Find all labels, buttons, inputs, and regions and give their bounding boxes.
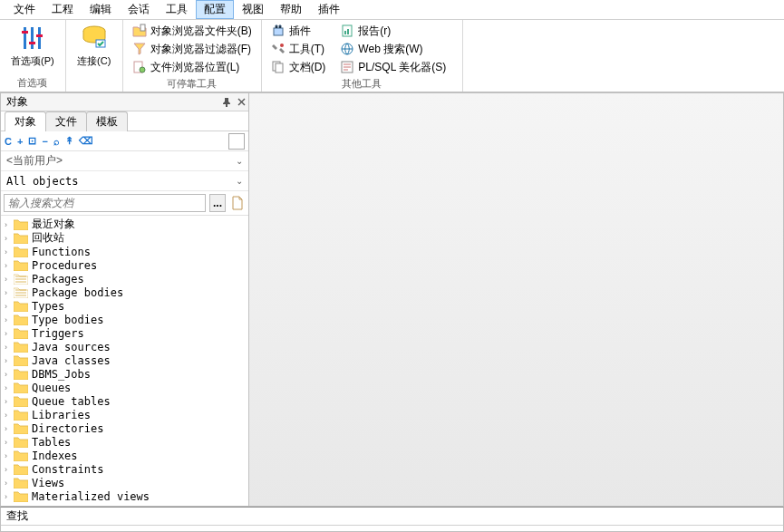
menu-item-2[interactable]: 编辑 <box>82 0 120 19</box>
tools-icon <box>271 42 286 56</box>
toolbar-btn-6[interactable]: ⌫ <box>79 135 93 147</box>
tree-item[interactable]: ›Types <box>1 299 248 313</box>
folder-icon <box>14 463 28 475</box>
toolbar-btn-3[interactable]: − <box>42 136 47 147</box>
tree-item-label: Views <box>32 477 64 489</box>
expand-icon[interactable]: › <box>5 234 14 243</box>
toolbar-btn-2[interactable]: ⊡ <box>28 135 36 147</box>
expand-icon[interactable]: › <box>5 343 14 352</box>
ribbon-button-beautify[interactable]: PL/SQL 美化器(S) <box>336 58 450 76</box>
panel-tab-2[interactable]: 模板 <box>86 111 128 131</box>
ribbon-button-label: 插件 <box>289 24 311 39</box>
tree-item[interactable]: ›Materialized views <box>1 489 248 503</box>
panel-tab-1[interactable]: 文件 <box>45 111 87 131</box>
panel-tab-0[interactable]: 对象 <box>5 111 46 131</box>
ribbon-group-1: 连接(C) <box>66 20 123 92</box>
ribbon-button-file-loc[interactable]: 文件浏览器位置(L) <box>129 58 256 76</box>
tree-item[interactable]: ›Queue tables <box>1 394 248 408</box>
toolbar-btn-0[interactable]: C <box>5 136 12 147</box>
tree-item[interactable]: ›Constraints <box>1 462 248 476</box>
tree-item[interactable]: ›最近对象 <box>1 218 248 231</box>
menu-item-4[interactable]: 工具 <box>158 0 196 19</box>
object-browser-panel: 对象 对象文件模板 C+⊡−⌕↟⌫ <当前用户> ⌄ All objects ⌄… <box>0 92 249 507</box>
toolbar-box[interactable] <box>228 133 245 150</box>
toolbar-btn-5[interactable]: ↟ <box>65 135 73 147</box>
tree-item[interactable]: ›Package bodies <box>1 285 248 299</box>
expand-icon[interactable]: › <box>5 261 14 270</box>
menu-item-1[interactable]: 工程 <box>44 0 82 19</box>
expand-icon[interactable]: › <box>5 370 14 379</box>
tree-item[interactable]: ›Type bodies <box>1 313 248 326</box>
expand-icon[interactable]: › <box>5 424 14 433</box>
folder-icon <box>14 286 28 298</box>
menu-item-5[interactable]: 配置 <box>196 0 234 19</box>
tree-item[interactable]: ›Procedures <box>1 258 248 272</box>
tree-item[interactable]: ›Directories <box>1 421 248 435</box>
ribbon-group-label: 其他工具 <box>267 76 458 92</box>
tree-item[interactable]: ›回收站 <box>1 231 248 245</box>
toolbar-btn-1[interactable]: + <box>17 136 23 147</box>
search-more-button[interactable]: ... <box>209 194 226 212</box>
page-icon[interactable] <box>229 194 246 212</box>
user-dropdown[interactable]: <当前用户> ⌄ <box>1 151 248 171</box>
ribbon-button-web[interactable]: Web 搜索(W) <box>336 40 450 58</box>
ribbon-button-filter-doc[interactable]: 对象浏览器过滤器(F) <box>129 40 256 58</box>
tree-item[interactable]: ›Queues <box>1 381 248 394</box>
ribbon-button-report[interactable]: 报告(r) <box>336 22 450 40</box>
tree-item[interactable]: ›Triggers <box>1 326 248 340</box>
panel-title-bar: 对象 <box>1 93 248 111</box>
expand-icon[interactable]: › <box>5 465 14 474</box>
tree-item[interactable]: ›DBMS_Jobs <box>1 367 248 381</box>
folder-icon <box>14 477 28 488</box>
object-tree[interactable]: ›最近对象›回收站›Functions›Procedures›Packages›… <box>1 216 248 506</box>
expand-icon[interactable]: › <box>5 247 14 256</box>
ribbon-button-tools[interactable]: 工具(T) <box>267 40 330 58</box>
expand-icon[interactable]: › <box>5 356 14 365</box>
expand-icon[interactable]: › <box>5 329 14 338</box>
menu-item-3[interactable]: 会话 <box>120 0 158 19</box>
expand-icon[interactable]: › <box>5 479 14 488</box>
ribbon-button-conn[interactable]: 连接(C) <box>72 22 117 70</box>
expand-icon[interactable]: › <box>5 288 14 297</box>
search-input[interactable] <box>4 194 206 212</box>
tree-item[interactable]: ›Tables <box>1 435 248 449</box>
tree-item[interactable]: ›Java sources <box>1 340 248 353</box>
expand-icon[interactable]: › <box>5 451 14 460</box>
filter-dropdown[interactable]: All objects ⌄ <box>1 171 248 191</box>
tree-item[interactable]: ›Views <box>1 476 248 489</box>
folder-icon <box>14 382 28 393</box>
tree-item[interactable]: ›Indexes <box>1 449 248 462</box>
tree-item-label: Queue tables <box>32 395 111 408</box>
toolbar-btn-4[interactable]: ⌕ <box>53 136 60 147</box>
menu-item-6[interactable]: 视图 <box>234 0 272 19</box>
folder-icon <box>14 246 28 257</box>
tree-item[interactable]: ›Packages <box>1 272 248 285</box>
tree-item[interactable]: ›Java classes <box>1 353 248 367</box>
close-icon[interactable] <box>234 95 248 110</box>
expand-icon[interactable]: › <box>5 397 14 406</box>
expand-icon[interactable]: › <box>5 492 14 501</box>
tree-item-label: Types <box>32 300 64 313</box>
ribbon-button-label: 连接(C) <box>77 54 111 68</box>
expand-icon[interactable]: › <box>5 302 14 311</box>
tree-item[interactable]: ›Libraries <box>1 408 248 421</box>
expand-icon[interactable]: › <box>5 315 14 324</box>
ribbon-button-sliders[interactable]: 首选项(P) <box>5 22 60 70</box>
tree-item-label: Package bodies <box>32 286 123 299</box>
expand-icon[interactable]: › <box>5 220 14 229</box>
menu-item-7[interactable]: 帮助 <box>272 0 310 19</box>
expand-icon[interactable]: › <box>5 383 14 392</box>
conn-icon <box>80 24 109 53</box>
menu-item-0[interactable]: 文件 <box>5 0 44 19</box>
svg-rect-1 <box>31 27 34 49</box>
sliders-icon <box>18 24 47 53</box>
ribbon-button-folder-doc[interactable]: 对象浏览器文件夹(B) <box>129 22 256 40</box>
expand-icon[interactable]: › <box>5 411 14 420</box>
ribbon-button-docs[interactable]: 文档(D) <box>267 58 330 76</box>
ribbon-button-plugin[interactable]: 插件 <box>267 22 330 40</box>
expand-icon[interactable]: › <box>5 275 14 284</box>
tree-item[interactable]: ›Functions <box>1 245 248 258</box>
menu-item-8[interactable]: 插件 <box>310 0 348 19</box>
pin-icon[interactable] <box>219 95 234 110</box>
expand-icon[interactable]: › <box>5 438 14 447</box>
